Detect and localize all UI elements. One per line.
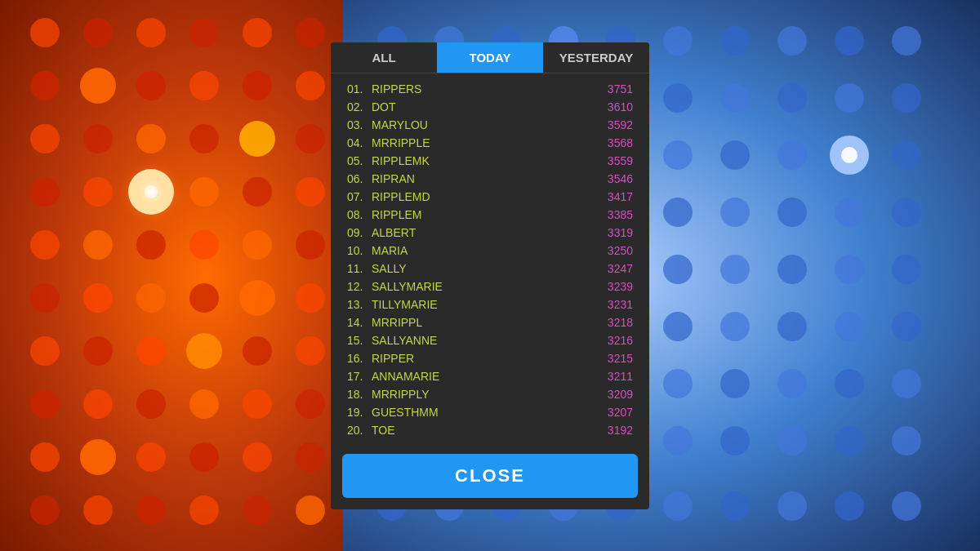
rank-name: 18. MRRIPPLY bbox=[347, 388, 430, 401]
rank-name: 08. RIPPLEM bbox=[347, 208, 421, 221]
score-value: 3215 bbox=[608, 352, 633, 365]
list-item: 12. SALLYMARIE3239 bbox=[331, 278, 649, 295]
score-value: 3216 bbox=[608, 334, 633, 347]
score-value: 3192 bbox=[608, 424, 633, 437]
rank-name: 20. TOE bbox=[347, 424, 395, 437]
rank-name: 15. SALLYANNE bbox=[347, 334, 437, 347]
rank-name: 09. ALBERT bbox=[347, 226, 416, 239]
score-value: 3250 bbox=[608, 244, 633, 257]
list-item: 10. MARIA3250 bbox=[331, 242, 649, 260]
rank-name: 06. RIPRAN bbox=[347, 172, 415, 185]
rank-number: 06. bbox=[347, 172, 372, 185]
rank-number: 04. bbox=[347, 136, 372, 149]
rank-number: 13. bbox=[347, 298, 372, 311]
rank-number: 09. bbox=[347, 226, 372, 239]
rank-number: 11. bbox=[347, 262, 372, 275]
rank-number: 03. bbox=[347, 118, 372, 131]
rank-name: 04. MRRIPPLE bbox=[347, 136, 430, 149]
score-value: 3218 bbox=[608, 316, 633, 329]
tab-yesterday[interactable]: YESTERDAY bbox=[543, 42, 649, 73]
score-value: 3559 bbox=[608, 154, 633, 167]
list-item: 17. ANNAMARIE3211 bbox=[331, 367, 649, 385]
rank-name: 10. MARIA bbox=[347, 244, 408, 257]
score-value: 3610 bbox=[608, 100, 633, 113]
rank-name: 14. MRRIPPL bbox=[347, 316, 422, 329]
tab-all[interactable]: ALL bbox=[331, 42, 437, 73]
tab-today[interactable]: TODAY bbox=[437, 42, 543, 73]
list-item: 15. SALLYANNE3216 bbox=[331, 331, 649, 349]
score-value: 3209 bbox=[608, 388, 633, 401]
rank-name: 02. DOT bbox=[347, 100, 396, 113]
list-item: 06. RIPRAN3546 bbox=[331, 170, 649, 188]
rank-number: 08. bbox=[347, 208, 372, 221]
score-value: 3568 bbox=[608, 136, 633, 149]
list-item: 11. SALLY3247 bbox=[331, 260, 649, 278]
list-item: 08. RIPPLEM3385 bbox=[331, 206, 649, 224]
score-value: 3546 bbox=[608, 172, 633, 185]
rank-name: 13. TILLYMARIE bbox=[347, 298, 438, 311]
rank-name: 01. RIPPERS bbox=[347, 82, 421, 96]
score-value: 3751 bbox=[608, 82, 633, 96]
list-item: 09. ALBERT3319 bbox=[331, 224, 649, 242]
list-item: 03. MARYLOU3592 bbox=[331, 116, 649, 134]
list-item: 02. DOT3610 bbox=[331, 98, 649, 116]
list-item: 19. GUESTHMM3207 bbox=[331, 403, 649, 421]
score-value: 3207 bbox=[608, 406, 633, 419]
score-value: 3247 bbox=[608, 262, 633, 275]
rank-name: 11. SALLY bbox=[347, 262, 407, 275]
list-item: 07. RIPPLEMD3417 bbox=[331, 188, 649, 206]
rank-number: 01. bbox=[347, 82, 372, 96]
leaderboard-list: 01. RIPPERS375102. DOT361003. MARYLOU359… bbox=[331, 73, 649, 446]
list-item: 16. RIPPER3215 bbox=[331, 349, 649, 367]
rank-number: 07. bbox=[347, 190, 372, 203]
list-item: 18. MRRIPPLY3209 bbox=[331, 385, 649, 403]
rank-number: 16. bbox=[347, 352, 372, 365]
rank-name: 03. MARYLOU bbox=[347, 118, 428, 131]
rank-name: 07. RIPPLEMD bbox=[347, 190, 430, 203]
rank-name: 19. GUESTHMM bbox=[347, 406, 439, 419]
rank-name: 17. ANNAMARIE bbox=[347, 370, 439, 383]
list-item: 13. TILLYMARIE3231 bbox=[331, 295, 649, 313]
rank-number: 17. bbox=[347, 370, 372, 383]
score-value: 3417 bbox=[608, 190, 633, 203]
leaderboard-modal: ALL TODAY YESTERDAY 01. RIPPERS375102. D… bbox=[331, 42, 649, 509]
close-button[interactable]: CLOSE bbox=[342, 454, 638, 498]
list-item: 01. RIPPERS3751 bbox=[331, 80, 649, 98]
list-item: 20. TOE3192 bbox=[331, 421, 649, 439]
score-value: 3239 bbox=[608, 280, 633, 293]
score-value: 3319 bbox=[608, 226, 633, 239]
rank-number: 15. bbox=[347, 334, 372, 347]
rank-name: 12. SALLYMARIE bbox=[347, 280, 443, 293]
rank-number: 02. bbox=[347, 100, 372, 113]
tab-bar: ALL TODAY YESTERDAY bbox=[331, 42, 649, 73]
list-item: 04. MRRIPPLE3568 bbox=[331, 134, 649, 152]
rank-number: 10. bbox=[347, 244, 372, 257]
rank-number: 12. bbox=[347, 280, 372, 293]
score-value: 3211 bbox=[608, 370, 633, 383]
rank-number: 14. bbox=[347, 316, 372, 329]
score-value: 3385 bbox=[608, 208, 633, 221]
rank-number: 18. bbox=[347, 388, 372, 401]
modal-overlay: ALL TODAY YESTERDAY 01. RIPPERS375102. D… bbox=[0, 0, 980, 551]
list-item: 05. RIPPLEMK3559 bbox=[331, 152, 649, 170]
list-item: 14. MRRIPPL3218 bbox=[331, 313, 649, 331]
rank-number: 05. bbox=[347, 154, 372, 167]
score-value: 3592 bbox=[608, 118, 633, 131]
rank-number: 19. bbox=[347, 406, 372, 419]
rank-name: 16. RIPPER bbox=[347, 352, 414, 365]
score-value: 3231 bbox=[608, 298, 633, 311]
rank-number: 20. bbox=[347, 424, 372, 437]
rank-name: 05. RIPPLEMK bbox=[347, 154, 430, 167]
